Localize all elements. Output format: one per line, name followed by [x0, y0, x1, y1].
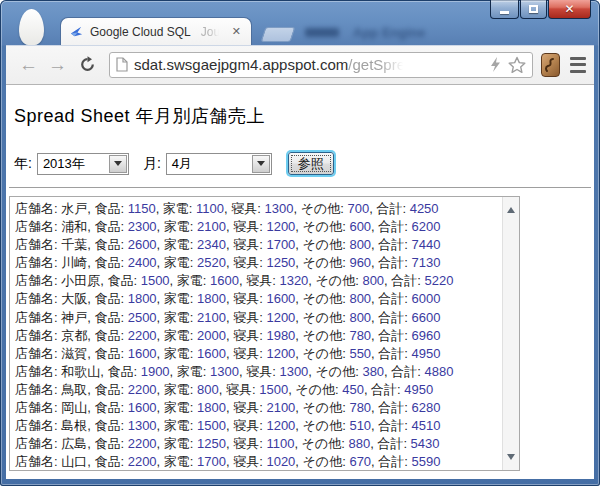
- browser-tab[interactable]: Google Cloud SQL Jou ✕: [60, 17, 252, 45]
- back-icon[interactable]: ←: [19, 55, 38, 74]
- results-rows: 店舗名: 水戸, 食品: 1150, 家電: 1100, 寝具: 1300, そ…: [10, 197, 519, 471]
- divider: [9, 187, 591, 189]
- result-row: 店舗名: 浦和, 食品: 2300, 家電: 2100, 寝具: 1200, そ…: [15, 218, 497, 236]
- title-bar: App Engine Google Cloud SQL Jou ✕ ✕: [0, 0, 600, 45]
- menu-bar: [570, 70, 587, 73]
- menu-bar: [570, 63, 587, 66]
- result-row: 店舗名: 滋賀, 食品: 1600, 家電: 1600, 寝具: 1200, そ…: [15, 345, 497, 363]
- chevron-down-icon[interactable]: [109, 155, 127, 173]
- browser-window: App Engine Google Cloud SQL Jou ✕ ✕ ← →: [0, 0, 600, 486]
- scroll-down-icon[interactable]: [507, 454, 515, 464]
- result-row: 店舗名: 小田原, 食品: 1500, 家電: 1600, 寝具: 1320, …: [15, 272, 497, 290]
- menu-hamburger-icon[interactable]: [570, 57, 587, 73]
- result-row: 店舗名: 鳥取, 食品: 2200, 家電: 800, 寝具: 1500, その…: [15, 381, 497, 399]
- result-row: 店舗名: 山口, 食品: 2200, 家電: 1700, 寝具: 1020, そ…: [15, 453, 497, 471]
- result-row: 店舗名: 千葉, 食品: 2600, 家電: 2340, 寝具: 1700, そ…: [15, 236, 497, 254]
- close-icon: ✕: [564, 2, 574, 16]
- menu-bar: [570, 57, 587, 60]
- glass-blur-blob: [305, 28, 339, 37]
- minimize-icon: [500, 11, 509, 14]
- month-select-value: 4月: [167, 155, 251, 173]
- minimize-button[interactable]: [490, 0, 519, 19]
- results-box[interactable]: 店舗名: 水戸, 食品: 1150, 家電: 1100, 寝具: 1300, そ…: [9, 196, 520, 471]
- result-row: 店舗名: 川崎, 食品: 2400, 家電: 2520, 寝具: 1250, そ…: [15, 254, 497, 272]
- query-form: 年: 2013年 月: 4月 参照: [14, 152, 594, 175]
- result-row: 店舗名: 水戸, 食品: 1150, 家電: 1100, 寝具: 1300, そ…: [15, 200, 497, 218]
- web-page: Spread Sheet 年月別店舗売上 年: 2013年 月: 4月 参照 店…: [6, 85, 594, 479]
- restore-button[interactable]: [520, 0, 547, 19]
- window-controls: ✕: [489, 0, 591, 19]
- year-select[interactable]: 2013年: [37, 153, 129, 175]
- lightning-icon[interactable]: [490, 57, 501, 72]
- scroll-up-icon[interactable]: [507, 203, 515, 213]
- month-select[interactable]: 4月: [166, 153, 272, 175]
- year-label: 年:: [14, 155, 32, 173]
- tab-close-icon[interactable]: ✕: [230, 24, 243, 39]
- result-row: 店舗名: 和歌山, 食品: 1900, 家電: 1300, 寝具: 1300, …: [15, 363, 497, 381]
- glass-background-text: App Engine: [305, 25, 480, 41]
- scrollbar[interactable]: [502, 197, 519, 470]
- result-row: 店舗名: 大阪, 食品: 1800, 家電: 1800, 寝具: 1600, そ…: [15, 290, 497, 308]
- bookmark-star-icon[interactable]: [508, 56, 526, 74]
- url-path: /getSpre: [348, 56, 405, 73]
- desktop-background-silhouette: [19, 9, 44, 45]
- month-label: 月:: [143, 155, 161, 173]
- tab-title-truncated: Jou: [201, 25, 220, 39]
- result-row: 店舗名: 岡山, 食品: 1600, 家電: 1800, 寝具: 2100, そ…: [15, 399, 497, 417]
- close-button[interactable]: ✕: [548, 0, 591, 19]
- result-row: 店舗名: 神戸, 食品: 2500, 家電: 2100, 寝具: 1200, そ…: [15, 309, 497, 327]
- page-title: Spread Sheet 年月別店舗売上: [14, 104, 594, 128]
- address-bar[interactable]: sdat.swsgaejpgm4.appspot.com /getSpre: [109, 52, 533, 78]
- new-tab-button[interactable]: [261, 27, 296, 42]
- result-row: 店舗名: 広島, 食品: 2200, 家電: 1250, 寝具: 1100, そ…: [15, 435, 497, 453]
- page-icon: [116, 57, 128, 72]
- tab-favicon-cloud-sql-icon: [69, 24, 84, 39]
- browser-toolbar: ← → sdat.swsgaejpgm4.appspot.com /getSpr…: [6, 45, 594, 85]
- forward-icon[interactable]: →: [48, 55, 67, 74]
- restore-icon: [529, 5, 538, 13]
- tab-title: Google Cloud SQL: [90, 25, 191, 39]
- result-row: 店舗名: 京都, 食品: 2200, 家電: 2000, 寝具: 1980, そ…: [15, 327, 497, 345]
- year-select-value: 2013年: [38, 155, 108, 173]
- url-domain: sdat.swsgaejpgm4.appspot.com: [134, 56, 348, 73]
- extension-icon[interactable]: [541, 53, 560, 77]
- result-row: 店舗名: 島根, 食品: 1300, 家電: 1500, 寝具: 1200, そ…: [15, 417, 497, 435]
- reload-icon[interactable]: [79, 56, 96, 73]
- chevron-down-icon[interactable]: [252, 155, 270, 173]
- submit-button[interactable]: 参照: [288, 152, 334, 175]
